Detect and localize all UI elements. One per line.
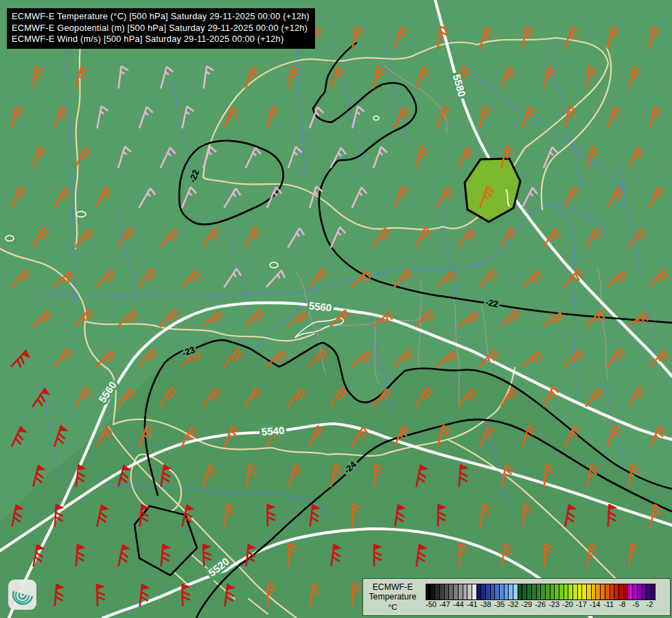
- title-line-geopotential: ECMWF-E Geopotential (m) [500 hPa] Satur…: [12, 23, 310, 34]
- legend-model-label: ECMWF-E: [363, 582, 422, 593]
- legend-tick-label: -2: [647, 600, 653, 608]
- legend-tick-label: -5: [633, 600, 640, 608]
- site-logo: [8, 580, 36, 610]
- weather-map-screenshot: 55805560556055405520-22-22-23-24 ECMWF-E…: [0, 0, 672, 618]
- legend-cell: [651, 584, 656, 600]
- wind-barb-staff: [459, 544, 460, 566]
- title-line-wind: ECMWF-E Wind (m/s) [500 hPa] Saturday 29…: [12, 34, 310, 45]
- weather-map-canvas: 55805560556055405520-22-22-23-24: [0, 0, 672, 618]
- legend-tick-label: -41: [467, 600, 478, 608]
- legend-colorbar: [426, 584, 656, 599]
- legend-tick-label: -32: [507, 600, 518, 608]
- legend-tick-row: -50-47-44-41-38-35-32-29-26-23-20-17-14-…: [426, 600, 656, 611]
- wind-barb-staff: [353, 584, 354, 606]
- wind-barb-staff: [651, 26, 652, 49]
- legend-tick-label: -8: [619, 600, 626, 608]
- wind-barb-staff: [523, 504, 524, 527]
- wind-barb-staff: [629, 544, 631, 566]
- legend-colorbar-wrap: -50-47-44-41-38-35-32-29-26-23-20-17-14-…: [422, 582, 664, 613]
- legend-tick-label: -44: [453, 600, 464, 608]
- title-line-temperature: ECMWF-E Temperature (°C) [500 hPa] Satur…: [12, 11, 310, 23]
- legend-tick-label: -26: [535, 600, 546, 608]
- geopotential-contour-label: 5540: [261, 424, 284, 437]
- title-box: ECMWF-E Temperature (°C) [500 hPa] Satur…: [7, 8, 315, 49]
- legend-tick-label: -50: [426, 600, 437, 608]
- legend-tick-label: -23: [548, 600, 559, 608]
- geopotential-contour-label: 5560: [308, 299, 332, 313]
- legend-tick-label: -20: [562, 600, 573, 608]
- wind-barb-staff: [288, 544, 289, 566]
- spiral-center: [21, 593, 23, 595]
- legend-tick-label: -29: [521, 600, 532, 608]
- legend-tick-label: -38: [480, 600, 491, 608]
- legend-tick-label: -47: [439, 600, 450, 608]
- legend-tick-label: -14: [590, 600, 601, 608]
- legend-param-label: Temperature: [363, 592, 422, 602]
- legend-tick-label: -35: [494, 600, 505, 608]
- legend-tick-label: -17: [576, 600, 587, 608]
- wind-barb-staff: [374, 464, 375, 487]
- wind-barb-staff: [544, 544, 545, 566]
- legend-titles: ECMWF-E Temperature °C: [363, 582, 422, 613]
- legend-tick-label: -11: [603, 600, 614, 608]
- legend-unit-label: °C: [363, 602, 422, 613]
- temperature-legend: ECMWF-E Temperature °C -50-47-44-41-38-3…: [362, 578, 671, 616]
